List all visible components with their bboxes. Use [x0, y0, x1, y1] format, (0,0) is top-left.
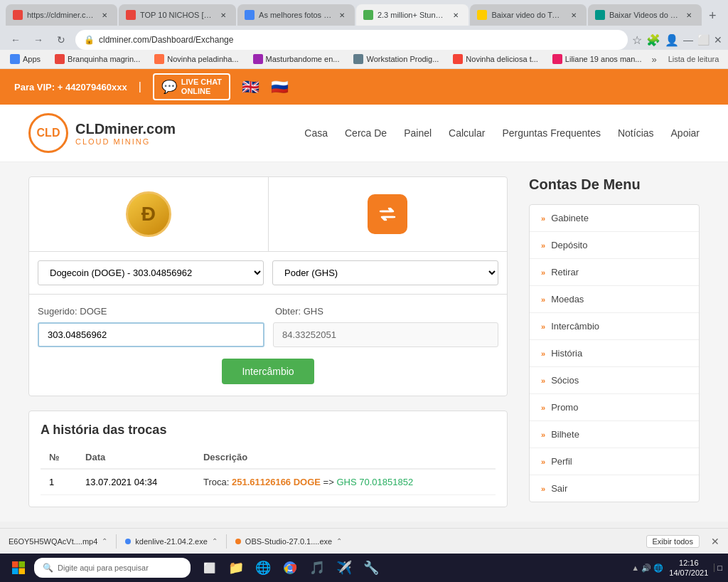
tab-3-close[interactable]: ✕ [336, 9, 348, 21]
sidebar-item-socios[interactable]: » Sócios [530, 367, 699, 394]
bookmark-apps[interactable]: Apps [6, 53, 45, 65]
divider: | [139, 80, 141, 93]
chevron-icon: » [541, 403, 545, 412]
nav-apoiar[interactable]: Apoiar [671, 127, 700, 139]
nav-casa[interactable]: Casa [304, 127, 328, 139]
nav-links: Casa Cerca De Painel Calcular Perguntas … [304, 127, 700, 139]
bm2-favicon [154, 54, 164, 64]
tab-6-close[interactable]: ✕ [683, 9, 695, 21]
live-chat-line2: ONLINE [181, 87, 222, 96]
history-table: № Data Descrição 1 13.07.2021 04:34 Troc… [41, 446, 496, 495]
sidebar-label-socios: Sócios [551, 375, 579, 386]
apps-favicon [10, 54, 20, 64]
table-row: 1 13.07.2021 04:34 Troca: 251.61126166 D… [41, 469, 496, 495]
forward-button[interactable]: → [28, 30, 48, 50]
from-currency-select[interactable]: Dogecoin (DOGE) - 303.04856962 [38, 260, 264, 285]
bookmark-3-label: Masturbandome en... [266, 55, 340, 63]
extensions-icon[interactable]: 🧩 [646, 33, 660, 47]
reload-button[interactable]: ↻ [51, 30, 71, 50]
tab-6[interactable]: Baixar Videos do T... ✕ [588, 4, 702, 26]
bookmark-1-label: Branquinha magrin... [68, 55, 140, 63]
close-icon[interactable]: ✕ [714, 34, 722, 46]
tab-1[interactable]: https://cldminer.co... ✕ [6, 4, 117, 26]
tab-4-close[interactable]: ✕ [450, 9, 461, 21]
intercambio-button[interactable]: Intercâmbio [222, 359, 314, 384]
sidebar-label-bilhete: Bilhete [551, 429, 579, 440]
sidebar-label-intercambio: Intercâmbio [551, 321, 599, 332]
bookmark-1[interactable]: Branquinha magrin... [50, 53, 144, 65]
browser-chrome: https://cldminer.co... ✕ TOP 10 NICHOS [… [0, 0, 728, 69]
address-bar[interactable]: 🔒 cldminer.com/Dashboard/Exchange [75, 30, 628, 50]
sidebar-item-deposito[interactable]: » Depósito [530, 232, 699, 259]
tab-2-close[interactable]: ✕ [218, 9, 229, 21]
logo-icon: CLD [37, 127, 60, 139]
nav-noticias[interactable]: Notícias [618, 127, 654, 139]
tab-3-favicon [245, 10, 255, 20]
tab-1-close[interactable]: ✕ [99, 9, 110, 21]
nav-painel[interactable]: Painel [404, 127, 432, 139]
more-bookmarks[interactable]: » [652, 54, 657, 65]
sidebar-item-intercambio[interactable]: » Intercâmbio [530, 313, 699, 340]
tab-5[interactable]: Baixar video do Twi... ✕ [470, 4, 586, 26]
minimize-icon[interactable]: — [683, 34, 693, 46]
exchange-box: Ð [28, 176, 508, 396]
live-chat-line1: LIVE CHAT [181, 78, 222, 87]
sidebar-item-historia[interactable]: » História [530, 340, 699, 367]
to-currency-select[interactable]: Poder (GHS) [272, 260, 498, 285]
flag-en[interactable]: 🇬🇧 [242, 78, 259, 95]
logo-text: CLDminer.com CLOUD MINING [75, 121, 176, 146]
row-num: 1 [41, 469, 77, 495]
reading-list[interactable]: Lista de leitura [668, 55, 719, 63]
tab-1-favicon [13, 10, 23, 20]
bookmark-2-label: Novinha peladinha... [167, 55, 238, 63]
input-labels-row: Sugerido: DOGE Obter: GHS [38, 306, 498, 317]
bookmark-3[interactable]: Masturbandome en... [249, 53, 344, 65]
maximize-icon[interactable]: ⬜ [697, 34, 710, 46]
live-chat-button[interactable]: 💬 LIVE CHAT ONLINE [153, 73, 230, 100]
sidebar-label-moedas: Moedas [551, 294, 584, 305]
chevron-icon: » [541, 322, 545, 331]
sidebar-item-sair[interactable]: » Sair [530, 475, 699, 502]
sidebar-item-gabinete[interactable]: » Gabinete [530, 205, 699, 232]
sidebar-item-moedas[interactable]: » Moedas [530, 286, 699, 313]
top-bar: Para VIP: + 442079460xxx | 💬 LIVE CHAT O… [0, 69, 728, 105]
nav-cerca[interactable]: Cerca De [345, 127, 387, 139]
profile-icon[interactable]: 👤 [665, 33, 679, 47]
bookmark-6-label: Liliane 19 anos man... [565, 55, 642, 63]
to-label: Obter: GHS [275, 306, 498, 317]
bookmark-4[interactable]: Workstation Prodig... [349, 53, 443, 65]
chevron-icon: » [541, 214, 545, 223]
from-amount-input[interactable] [38, 322, 264, 347]
sidebar-menu: » Gabinete » Depósito » Retirar » Moedas… [529, 204, 700, 502]
tab-3[interactable]: As melhores fotos c... ✕ [237, 4, 355, 26]
page-content: Para VIP: + 442079460xxx | 💬 LIVE CHAT O… [0, 69, 728, 522]
bookmark-star-icon[interactable]: ☆ [632, 33, 642, 47]
bookmark-2[interactable]: Novinha peladinha... [150, 53, 242, 65]
sidebar-label-retirar: Retirar [551, 267, 579, 277]
sidebar-item-bilhete[interactable]: » Bilhete [530, 421, 699, 448]
browser-tabs: https://cldminer.co... ✕ TOP 10 NICHOS [… [0, 0, 728, 26]
tab-6-favicon [595, 10, 605, 20]
tab-5-close[interactable]: ✕ [568, 9, 579, 21]
sidebar-item-retirar[interactable]: » Retirar [530, 259, 699, 286]
new-tab-button[interactable]: + [703, 6, 722, 26]
bookmark-4-label: Workstation Prodig... [366, 55, 439, 63]
tab-2[interactable]: TOP 10 NICHOS [B... ✕ [119, 4, 236, 26]
back-button[interactable]: ← [6, 30, 26, 50]
sidebar: Contas De Menu » Gabinete » Depósito » R… [529, 176, 700, 507]
sidebar-item-promo[interactable]: » Promo [530, 394, 699, 421]
nav-faq[interactable]: Perguntas Frequentes [502, 127, 601, 139]
flag-ru[interactable]: 🇷🇺 [271, 78, 289, 95]
main-layout: Ð [0, 162, 728, 522]
nav-calcular[interactable]: Calcular [449, 127, 485, 139]
col-description: Descrição [195, 446, 496, 469]
sidebar-item-perfil[interactable]: » Perfil [530, 448, 699, 475]
arrows-icon [378, 204, 397, 224]
sidebar-label-deposito: Depósito [551, 240, 587, 250]
sidebar-label-gabinete: Gabinete [551, 213, 589, 223]
bookmark-5[interactable]: Novinha deliciosa t... [449, 53, 542, 65]
main-nav: CLD CLDminer.com CLOUD MINING Casa Cerca… [0, 105, 728, 162]
tab-4[interactable]: 2.3 million+ Stunni... ✕ [356, 4, 469, 26]
bookmark-6[interactable]: Liliane 19 anos man... [548, 53, 646, 65]
history-title: A história das trocas [41, 423, 496, 438]
